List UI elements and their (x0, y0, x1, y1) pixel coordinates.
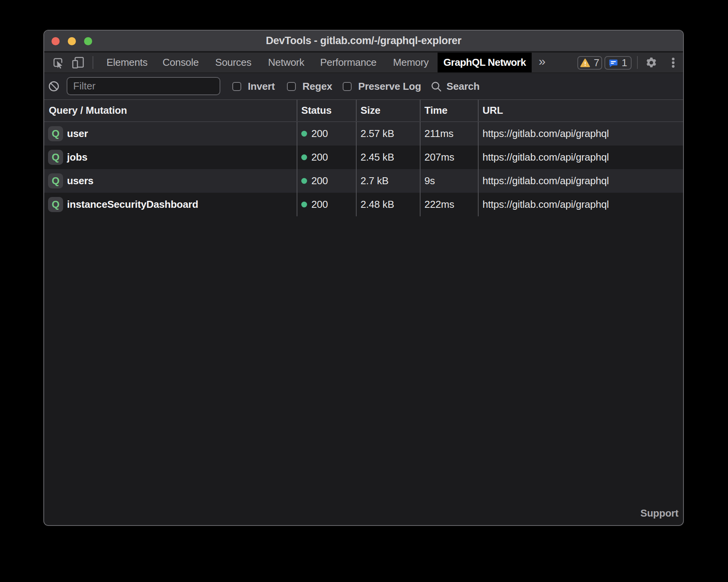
window-title: DevTools - gitlab.com/-/graphql-explorer (44, 31, 683, 51)
network-toolbar: Search Invert Regex Preserve Log (44, 73, 683, 99)
query-type-badge: Q (48, 126, 63, 141)
status-code: 200 (311, 169, 328, 193)
column-header-status[interactable]: Status (301, 100, 331, 121)
column-divider (478, 122, 479, 146)
panel-tab-console[interactable]: Console (155, 53, 207, 72)
column-divider (478, 169, 479, 193)
checkbox[interactable] (287, 82, 296, 91)
panel-tab-label: Performance (320, 56, 377, 68)
panel-tab-label: Network (268, 56, 304, 68)
more-tabs-button[interactable]: » (536, 53, 548, 72)
column-header-size[interactable]: Size (361, 100, 380, 121)
query-type-letter: Q (52, 151, 59, 163)
table-row[interactable]: Q user 200 2.57 kB 211ms https://gitlab.… (44, 122, 683, 146)
message-icon (609, 58, 618, 68)
column-header-query-mutation[interactable]: Query / Mutation (49, 100, 127, 121)
column-divider (297, 146, 297, 169)
column-header-url[interactable]: URL (482, 100, 503, 121)
search-label: Search (446, 80, 480, 92)
filter-checkbox-preserve-log[interactable]: Preserve Log (343, 73, 421, 99)
status-code: 200 (311, 193, 328, 216)
request-url: https://gitlab.com/api/graphql (482, 146, 609, 169)
status-ok-dot (301, 202, 307, 207)
panel-tab-label: Console (163, 56, 199, 68)
checkbox[interactable] (343, 82, 352, 91)
title-bar: DevTools - gitlab.com/-/graphql-explorer (44, 31, 683, 52)
column-divider (297, 100, 297, 121)
devtools-tab-bar: Elements Console Sources Network Perform… (44, 53, 683, 73)
column-divider (478, 146, 479, 169)
warnings-badge[interactable]: 7 (577, 56, 602, 70)
tab-bar-divider-right (637, 56, 638, 69)
panel-tab-memory[interactable]: Memory (384, 53, 438, 72)
status-ok-dot (301, 178, 307, 184)
query-name: jobs (67, 146, 88, 169)
checkbox[interactable] (232, 82, 241, 91)
request-url: https://gitlab.com/api/graphql (482, 169, 609, 193)
status-code: 200 (311, 122, 328, 146)
support-link[interactable]: Support (640, 507, 678, 519)
warning-icon (580, 58, 590, 68)
column-divider (356, 193, 357, 216)
checkbox-label: Regex (302, 80, 332, 92)
table-header: Query / Mutation Status Size Time URL (44, 99, 683, 122)
device-toolbar-icon[interactable] (72, 56, 84, 69)
column-divider (420, 122, 421, 146)
kebab-menu-icon[interactable] (671, 57, 675, 68)
column-divider (356, 122, 357, 146)
query-name: user (67, 122, 88, 146)
response-time: 222ms (424, 193, 454, 216)
response-size: 2.7 kB (361, 169, 389, 193)
panel-tabs: Elements Console Sources Network Perform… (100, 53, 532, 72)
query-type-letter: Q (52, 175, 59, 187)
search-icon (431, 81, 442, 92)
column-divider (356, 146, 357, 169)
status-ok-dot (301, 131, 307, 137)
column-divider (356, 100, 357, 121)
status-code: 200 (311, 146, 328, 169)
tab-bar-divider (93, 56, 93, 69)
response-size: 2.48 kB (361, 193, 394, 216)
column-divider (478, 100, 479, 121)
panel-tab-graphql-network[interactable]: GraphQL Network (438, 53, 532, 72)
filter-checkbox-invert[interactable]: Invert (232, 73, 275, 99)
response-time: 211ms (424, 122, 453, 146)
response-size: 2.45 kB (361, 146, 394, 169)
table-row[interactable]: Q jobs 200 2.45 kB 207ms https://gitlab.… (44, 146, 683, 169)
messages-badge[interactable]: 1 (604, 56, 632, 70)
gear-icon[interactable] (646, 57, 657, 68)
query-name: users (67, 169, 93, 193)
response-time: 207ms (424, 146, 454, 169)
table-row[interactable]: Q users 200 2.7 kB 9s https://gitlab.com… (44, 169, 683, 193)
request-url: https://gitlab.com/api/graphql (482, 122, 609, 146)
panel-tab-sources[interactable]: Sources (207, 53, 260, 72)
column-divider (420, 193, 421, 216)
panel-tab-label: Memory (393, 56, 429, 68)
column-divider (420, 100, 421, 121)
query-type-badge: Q (48, 173, 63, 188)
panel-tab-performance[interactable]: Performance (312, 53, 384, 72)
column-divider (420, 146, 421, 169)
response-size: 2.57 kB (361, 122, 394, 146)
column-divider (297, 169, 297, 193)
query-name: instanceSecurityDashboard (67, 193, 198, 216)
query-type-letter: Q (52, 128, 59, 140)
filter-checkbox-regex[interactable]: Regex (287, 73, 332, 99)
column-header-time[interactable]: Time (424, 100, 447, 121)
message-count: 1 (622, 57, 627, 69)
filter-input[interactable] (67, 77, 220, 95)
panel-tab-elements[interactable]: Elements (100, 53, 155, 72)
response-time: 9s (424, 169, 435, 193)
search-control[interactable]: Search (431, 73, 480, 99)
table-body: Q user 200 2.57 kB 211ms https://gitlab.… (44, 122, 683, 216)
panel-tab-network[interactable]: Network (260, 53, 312, 72)
column-divider (297, 193, 297, 216)
status-ok-dot (301, 154, 307, 160)
checkbox-label: Preserve Log (358, 80, 421, 92)
devtools-window: DevTools - gitlab.com/-/graphql-explorer… (43, 30, 684, 526)
panel-tab-label: Elements (106, 56, 148, 68)
inspect-element-icon[interactable] (52, 57, 64, 68)
query-type-badge: Q (48, 197, 63, 212)
clear-log-icon[interactable] (48, 81, 59, 92)
table-row[interactable]: Q instanceSecurityDashboard 200 2.48 kB … (44, 193, 683, 216)
